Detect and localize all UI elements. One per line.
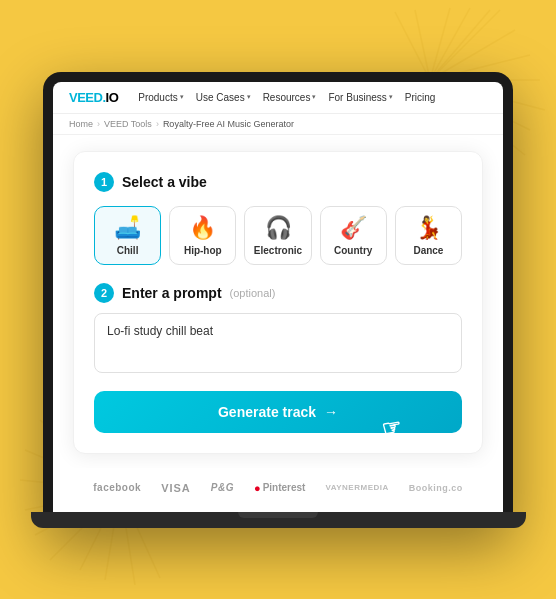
breadcrumb: Home › VEED Tools › Royalty-Free AI Musi…: [53, 114, 503, 135]
chevron-down-icon: ▾: [180, 93, 184, 101]
nav-bar: VEED.IO Products ▾ Use Cases ▾ Resources…: [53, 82, 503, 114]
chill-icon: 🛋️: [114, 215, 141, 241]
site-logo[interactable]: VEED.IO: [69, 90, 118, 105]
laptop-mockup: VEED.IO Products ▾ Use Cases ▾ Resources…: [33, 35, 523, 565]
music-generator-card: 1 Select a vibe 🛋️ Chill 🔥 Hip-hop: [73, 151, 483, 454]
chevron-down-icon: ▾: [312, 93, 316, 101]
vibe-hiphop[interactable]: 🔥 Hip-hop: [169, 206, 236, 265]
hiphop-label: Hip-hop: [184, 245, 222, 256]
country-icon: 🎸: [340, 215, 367, 241]
nav-use-cases[interactable]: Use Cases ▾: [196, 92, 251, 103]
arrow-icon: →: [324, 404, 338, 420]
chevron-down-icon: ▾: [247, 93, 251, 101]
dance-icon: 💃: [415, 215, 442, 241]
logo-pg: P&G: [211, 482, 234, 493]
optional-tag: (optional): [230, 287, 276, 299]
step1-header: 1 Select a vibe: [94, 172, 462, 192]
nav-for-business[interactable]: For Business ▾: [328, 92, 392, 103]
chevron-down-icon: ▾: [389, 93, 393, 101]
logo-vaynermedia: VAYNERMEDIA: [325, 483, 388, 492]
laptop-screen: VEED.IO Products ▾ Use Cases ▾ Resources…: [53, 82, 503, 512]
step2-number: 2: [94, 283, 114, 303]
breadcrumb-veed-tools[interactable]: VEED Tools: [104, 119, 152, 129]
chill-label: Chill: [117, 245, 139, 256]
country-label: Country: [334, 245, 372, 256]
breadcrumb-sep: ›: [97, 119, 100, 129]
logo-visa: VISA: [161, 482, 191, 494]
laptop-base: [31, 512, 526, 528]
step1-label: Select a vibe: [122, 174, 207, 190]
step1-number: 1: [94, 172, 114, 192]
logo-text: VEED.: [69, 90, 106, 105]
pinterest-p-icon: ●: [254, 482, 261, 494]
nav-resources[interactable]: Resources ▾: [263, 92, 317, 103]
dance-label: Dance: [413, 245, 443, 256]
generate-button-label: Generate track: [218, 404, 316, 420]
laptop-body: VEED.IO Products ▾ Use Cases ▾ Resources…: [43, 72, 513, 528]
generate-button[interactable]: Generate track → ☞: [94, 391, 462, 433]
step2-label: Enter a prompt: [122, 285, 222, 301]
pinterest-label: Pinterest: [263, 482, 306, 493]
step2-header: 2 Enter a prompt (optional): [94, 283, 462, 303]
vibe-chill[interactable]: 🛋️ Chill: [94, 206, 161, 265]
nav-products[interactable]: Products ▾: [138, 92, 183, 103]
main-content: 1 Select a vibe 🛋️ Chill 🔥 Hip-hop: [53, 135, 503, 468]
electronic-icon: 🎧: [265, 215, 292, 241]
nav-pricing[interactable]: Pricing: [405, 92, 436, 103]
electronic-label: Electronic: [254, 245, 302, 256]
logo-booking: Booking.co: [409, 483, 463, 493]
logo-facebook: facebook: [93, 482, 141, 493]
vibe-options: 🛋️ Chill 🔥 Hip-hop 🎧 Electronic 🎸: [94, 206, 462, 265]
client-logos-bar: facebook VISA P&G ● Pinterest VAYNERMEDI…: [53, 468, 503, 504]
vibe-electronic[interactable]: 🎧 Electronic: [244, 206, 311, 265]
logo-suffix: IO: [106, 90, 119, 105]
hiphop-icon: 🔥: [189, 215, 216, 241]
logo-pinterest: ● Pinterest: [254, 482, 305, 494]
breadcrumb-home[interactable]: Home: [69, 119, 93, 129]
vibe-dance[interactable]: 💃 Dance: [395, 206, 462, 265]
breadcrumb-current: Royalty-Free AI Music Generator: [163, 119, 294, 129]
cursor-hand-icon: ☞: [380, 413, 404, 442]
vibe-country[interactable]: 🎸 Country: [320, 206, 387, 265]
breadcrumb-sep-2: ›: [156, 119, 159, 129]
nav-items: Products ▾ Use Cases ▾ Resources ▾ For B…: [138, 92, 487, 103]
prompt-textarea[interactable]: Lo-fi study chill beat: [94, 313, 462, 373]
